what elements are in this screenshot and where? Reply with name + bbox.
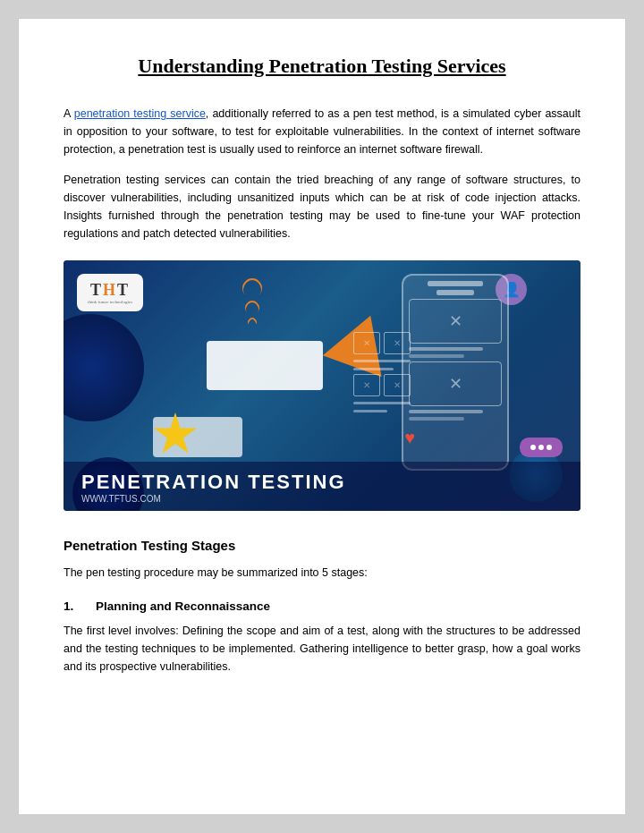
grid-row-1: [353, 332, 411, 354]
phone-line-4: [409, 417, 464, 421]
arc-large: [238, 274, 266, 302]
phone-line-1: [409, 347, 483, 351]
white-card-1: [207, 341, 323, 390]
decorative-circle-1: [64, 314, 144, 421]
step1-body: The first level involves: Defining the s…: [64, 622, 580, 676]
image-website: WWW.TFTUS.COM: [81, 494, 563, 504]
phone-img-box-1: [409, 299, 502, 344]
arc-small: [246, 316, 258, 328]
chat-dot-1: [530, 445, 536, 450]
image-label: PENETRATION TESTING: [81, 471, 563, 494]
intro-before-link: A: [64, 107, 74, 120]
phone-img-box-2: [409, 361, 502, 406]
grid-box-4: [384, 374, 411, 396]
phone-line-3: [409, 410, 483, 413]
phone-mockup: [402, 274, 509, 471]
phone-bar-1: [428, 281, 483, 286]
chat-dot-2: [538, 445, 544, 450]
image-bottom-overlay: PENETRATION TESTING WWW.TFTUS.COM: [64, 462, 580, 511]
grid-box-3: [353, 374, 380, 396]
arc-medium: [242, 298, 263, 319]
step1-heading-container: 1. Planning and Reconnaissance: [64, 599, 580, 613]
logo-tagline: think future technologies: [88, 300, 132, 304]
intro-paragraph-2: Penetration testing services can contain…: [64, 171, 580, 242]
grid-box-1: [353, 332, 380, 354]
image-inner: THT think future technologies 👤: [64, 260, 580, 511]
grid-box-2: [384, 332, 411, 354]
grid-line-1: [353, 360, 411, 362]
banner-image: THT think future technologies 👤: [64, 260, 580, 511]
step1-number: 1.: [64, 599, 81, 613]
grid-row-2: [353, 374, 411, 396]
chat-bubble: [520, 438, 563, 457]
wifi-arcs: [242, 278, 262, 327]
stages-heading: Penetration Testing Stages: [64, 538, 580, 553]
page-title: Understanding Penetration Testing Servic…: [64, 55, 580, 78]
stages-intro: The pen testing procedure may be summari…: [64, 564, 580, 582]
logo-badge: THT think future technologies: [77, 274, 143, 311]
phone-line-2: [409, 354, 464, 358]
penetration-testing-link[interactable]: penetration testing service: [74, 107, 206, 120]
box-grid: [353, 332, 411, 412]
grid-line-2: [353, 368, 394, 370]
logo-text: THT: [90, 281, 130, 300]
chat-dot-3: [547, 445, 552, 450]
heart-icon: ♥: [404, 428, 415, 448]
phone-bar-2: [436, 290, 474, 295]
grid-line-4: [353, 410, 387, 412]
grid-line-3: [353, 402, 411, 404]
page-container: Understanding Penetration Testing Servic…: [18, 18, 626, 815]
step1-heading: Planning and Reconnaissance: [96, 599, 270, 613]
intro-paragraph-1: A penetration testing service, additiona…: [64, 105, 580, 158]
